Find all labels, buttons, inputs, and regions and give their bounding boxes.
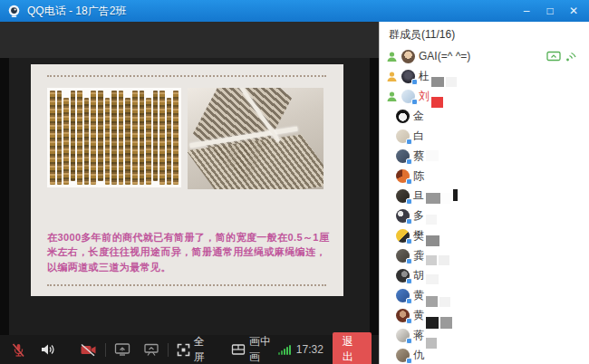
member-name: 金 bbox=[413, 109, 424, 124]
censor-block bbox=[426, 317, 439, 329]
device-badge-icon bbox=[406, 338, 412, 344]
presentation-slide: 在3000多年前的商代就已有简册了，简的宽度一般在0.5～1厘米左右，长度往往视… bbox=[31, 64, 343, 296]
member-name: 多 bbox=[413, 208, 424, 224]
fullscreen-label[interactable]: 全屏 bbox=[194, 334, 213, 364]
member-row[interactable]: 杜 bbox=[380, 66, 589, 86]
window-title: QQ电话 - 18广告2班 bbox=[27, 4, 126, 19]
member-row[interactable]: 陈 bbox=[380, 166, 589, 186]
member-name: 蔡 bbox=[413, 148, 424, 164]
avatar bbox=[396, 309, 410, 322]
avatar bbox=[396, 289, 410, 302]
censor-block bbox=[439, 255, 449, 265]
device-badge-icon bbox=[406, 298, 412, 304]
device-badge-icon bbox=[406, 238, 412, 244]
maximize-button[interactable]: □ bbox=[538, 0, 562, 22]
censor-block bbox=[440, 317, 452, 329]
avatar bbox=[401, 70, 415, 83]
censor-block bbox=[426, 150, 439, 161]
fullscreen-icon[interactable] bbox=[177, 343, 190, 357]
minimize-button[interactable]: – bbox=[515, 0, 538, 22]
presence-icon bbox=[386, 91, 398, 102]
member-name: 刘 bbox=[419, 89, 430, 104]
speaking-icon bbox=[565, 51, 576, 62]
presentation-demo-icon[interactable] bbox=[143, 342, 159, 357]
avatar bbox=[396, 229, 410, 243]
member-name: 杜 bbox=[419, 69, 430, 84]
screen-share-icon[interactable] bbox=[114, 342, 130, 357]
avatar bbox=[401, 90, 415, 103]
bamboo-books-photo bbox=[188, 88, 323, 189]
avatar bbox=[396, 149, 410, 163]
member-name: 胡 bbox=[413, 268, 424, 283]
member-row[interactable]: GAI(=^ ^=) bbox=[380, 46, 589, 66]
camera-off-icon[interactable] bbox=[80, 343, 97, 357]
avatar bbox=[396, 189, 410, 203]
censor-block bbox=[431, 97, 443, 108]
member-row[interactable]: 白 bbox=[380, 126, 589, 146]
device-badge-icon bbox=[411, 79, 418, 85]
censor-block bbox=[426, 255, 437, 265]
device-badge-icon bbox=[406, 158, 412, 165]
webcam-icon bbox=[7, 5, 21, 18]
pip-label[interactable]: 画中画 bbox=[249, 334, 278, 364]
member-row[interactable]: 刘 bbox=[380, 86, 589, 106]
censor-block bbox=[426, 193, 440, 204]
network-signal-icon bbox=[278, 344, 292, 355]
member-row[interactable]: 黄 bbox=[380, 305, 589, 325]
qq-call-window: QQ电话 - 18广告2班 – □ ✕ bbox=[0, 0, 589, 364]
censor-block bbox=[442, 193, 451, 204]
censor-block bbox=[426, 215, 437, 225]
member-name: 蒋 bbox=[413, 328, 424, 343]
device-badge-icon bbox=[406, 178, 412, 185]
censor-block bbox=[426, 338, 437, 349]
avatar bbox=[396, 329, 410, 342]
member-row[interactable]: 黄 bbox=[380, 285, 589, 305]
member-row[interactable]: 胡 bbox=[380, 265, 589, 285]
avatar bbox=[396, 169, 410, 183]
censor-block bbox=[426, 274, 439, 284]
slide-divider-bottom bbox=[47, 284, 326, 286]
titlebar: QQ电话 - 18广告2班 – □ ✕ bbox=[0, 0, 589, 22]
member-row[interactable]: 蔡 bbox=[380, 146, 589, 166]
avatar bbox=[401, 50, 415, 63]
avatar bbox=[396, 209, 410, 223]
member-row[interactable]: 金 bbox=[380, 106, 589, 126]
exit-button[interactable]: 退出 bbox=[333, 332, 372, 364]
device-badge-icon bbox=[406, 198, 412, 205]
member-row[interactable]: 旦 bbox=[380, 186, 589, 206]
member-row[interactable]: 蒋 bbox=[380, 325, 589, 345]
bamboo-slips-image bbox=[47, 88, 181, 187]
close-button[interactable]: ✕ bbox=[562, 0, 585, 22]
avatar bbox=[396, 249, 410, 263]
device-badge-icon bbox=[406, 278, 412, 284]
video-area: 在3000多年前的商代就已有简册了，简的宽度一般在0.5～1厘米左右，长度往往视… bbox=[0, 22, 379, 364]
presence-icon bbox=[386, 51, 398, 62]
member-row[interactable]: 仇 bbox=[380, 345, 589, 364]
device-badge-icon bbox=[406, 258, 412, 264]
device-badge-icon bbox=[406, 139, 412, 145]
device-badge-icon bbox=[411, 99, 418, 105]
avatar bbox=[396, 349, 410, 362]
member-name: 黄 bbox=[413, 308, 424, 323]
picture-in-picture-icon[interactable] bbox=[231, 343, 246, 356]
video-letterbox-left bbox=[0, 58, 9, 335]
member-row[interactable]: 樊 bbox=[380, 225, 589, 245]
member-name: 樊 bbox=[413, 228, 424, 244]
call-toolbar: 全屏 画中画 17:32 退出 bbox=[0, 335, 379, 364]
member-name: 旦 bbox=[413, 188, 424, 204]
presence-icon bbox=[386, 71, 398, 82]
microphone-muted-icon[interactable] bbox=[11, 342, 26, 358]
member-row[interactable]: 多 bbox=[380, 206, 589, 225]
avatar bbox=[396, 110, 410, 123]
member-name: 黄 bbox=[413, 288, 424, 303]
speaker-icon[interactable] bbox=[40, 342, 56, 357]
call-duration: 17:32 bbox=[296, 343, 323, 356]
avatar bbox=[396, 269, 410, 283]
device-badge-icon bbox=[406, 218, 412, 225]
members-header: 群成员(11/16) bbox=[380, 22, 589, 46]
member-name: 龚 bbox=[413, 248, 424, 263]
screen-share-icon bbox=[546, 51, 561, 62]
member-row[interactable]: 龚 bbox=[380, 245, 589, 265]
member-name: GAI(=^ ^=) bbox=[419, 50, 470, 62]
slide-divider-top bbox=[47, 75, 326, 77]
